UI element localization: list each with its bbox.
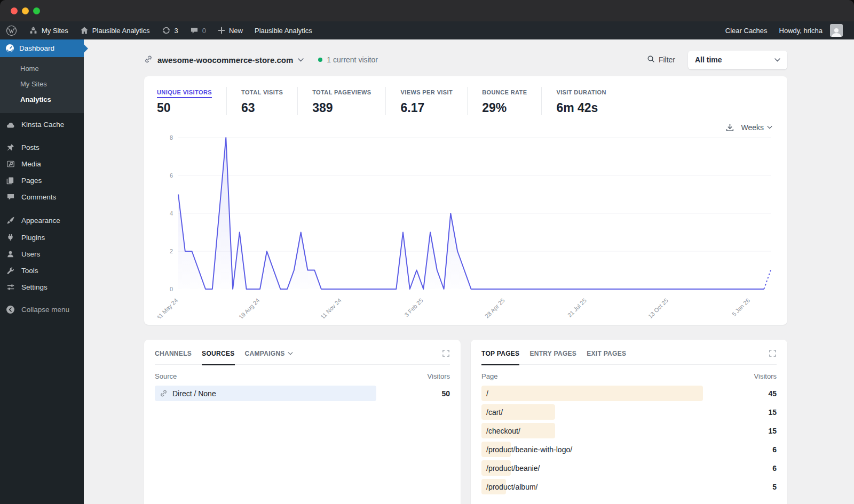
sidebar-item-dashboard[interactable]: Dashboard: [0, 39, 84, 57]
sidebar-item-label: Plugins: [21, 234, 45, 242]
sidebar-item-label: Tools: [21, 267, 38, 275]
tab-sources[interactable]: SOURCES: [202, 350, 234, 357]
tab-channels[interactable]: CHANNELS: [155, 350, 192, 357]
chevron-down-icon: [298, 58, 304, 62]
row-label[interactable]: /checkout/: [481, 427, 520, 435]
interval-select[interactable]: Weeks: [741, 123, 772, 132]
row-label[interactable]: /product/beanie/: [481, 464, 540, 473]
sidebar-item-settings[interactable]: Settings: [0, 279, 84, 295]
table-row: /product/beanie/6: [481, 460, 777, 476]
admin-bar-item-label: New: [229, 27, 243, 35]
tab-exit-pages[interactable]: EXIT PAGES: [587, 350, 626, 357]
stat-total-visits[interactable]: TOTAL VISITS63: [241, 87, 298, 115]
sidebar-subitem-analytics[interactable]: Analytics: [0, 92, 84, 107]
sidebar-item-appearance[interactable]: Appearance: [0, 212, 84, 229]
stat-unique-visitors[interactable]: UNIQUE VISITORS50: [157, 87, 227, 115]
stat-value: 29%: [482, 101, 527, 115]
updates[interactable]: 3: [156, 21, 184, 39]
zoom-button[interactable]: [33, 7, 40, 14]
sidebar-item-tools[interactable]: Tools: [0, 262, 84, 279]
tab-entry-pages[interactable]: ENTRY PAGES: [529, 350, 576, 357]
comments-icon: [5, 193, 15, 201]
sidebar-item-comments[interactable]: Comments: [0, 189, 84, 205]
filter-button[interactable]: Filter: [647, 55, 675, 65]
stat-label: VIEWS PER VISIT: [400, 89, 453, 98]
sidebar-item-kinsta-cache[interactable]: Kinsta Cache: [0, 116, 84, 133]
sidebar-item-label: Collapse menu: [21, 306, 69, 314]
tab-campaigns[interactable]: CAMPAIGNS: [245, 350, 293, 357]
row-label[interactable]: /product/album/: [481, 483, 538, 491]
comments-icon: [190, 27, 199, 35]
my-sites-icon: [29, 26, 38, 35]
stat-value: 389: [312, 101, 371, 115]
sidebar-item-users[interactable]: Users: [0, 246, 84, 262]
sidebar-item-collapse-menu[interactable]: Collapse menu: [0, 301, 84, 318]
clear-caches-button[interactable]: Clear Caches: [719, 21, 773, 39]
new[interactable]: New: [212, 21, 249, 39]
tools-icon: [5, 267, 15, 275]
appearance-icon: [5, 216, 15, 225]
search-icon: [647, 55, 655, 65]
close-button[interactable]: [11, 7, 18, 14]
my-sites[interactable]: My Sites: [23, 21, 74, 39]
admin-bar-item-label: Plausible Analytics: [255, 27, 312, 35]
stat-visit-duration[interactable]: VISIT DURATION6m 42s: [556, 87, 620, 115]
plausible-analytics-menu[interactable]: Plausible Analytics: [249, 21, 318, 39]
stat-bounce-rate[interactable]: BOUNCE RATE29%: [482, 87, 542, 115]
row-label[interactable]: Direct / None: [155, 389, 216, 398]
site-selector[interactable]: awesome-woocommerce-store.com: [144, 55, 304, 65]
pages-icon: [5, 177, 15, 185]
sidebar-item-plugins[interactable]: Plugins: [0, 229, 84, 246]
stats-row: UNIQUE VISITORS50TOTAL VISITS63TOTAL PAG…: [157, 87, 774, 115]
name-column-header: Page: [481, 372, 497, 380]
row-label[interactable]: /product/beanie-with-logo/: [481, 445, 572, 454]
stat-total-pageviews[interactable]: TOTAL PAGEVIEWS389: [312, 87, 386, 115]
sources-card: CHANNELSSOURCESCAMPAIGNSSourceVisitorsDi…: [144, 340, 461, 504]
media-icon: [5, 160, 15, 168]
date-range-select[interactable]: All time: [688, 51, 787, 69]
plugins-icon: [5, 233, 15, 242]
dashboard-submenu: HomeMy SitesAnalytics: [0, 57, 84, 113]
download-icon[interactable]: [725, 123, 734, 132]
sidebar-subitem-my-sites[interactable]: My Sites: [0, 76, 84, 92]
svg-text:5 Jan 26: 5 Jan 26: [731, 297, 751, 317]
sidebar-item-label: Media: [21, 160, 41, 168]
row-label[interactable]: /cart/: [481, 408, 503, 417]
main-content: awesome-woocommerce-store.com 1 current …: [84, 39, 854, 504]
table-row: /product/beanie-with-logo/6: [481, 442, 777, 457]
stat-label: TOTAL PAGEVIEWS: [312, 89, 371, 98]
wp-logo[interactable]: [0, 21, 23, 39]
cloud-icon: [5, 121, 15, 129]
sidebar-item-posts[interactable]: Posts: [0, 139, 84, 156]
sidebar-subitem-home[interactable]: Home: [0, 61, 84, 76]
stat-value: 6m 42s: [556, 101, 606, 115]
stat-value: 63: [241, 101, 283, 115]
account-menu[interactable]: Howdy, hricha: [773, 21, 849, 39]
site-home[interactable]: Plausible Analytics: [74, 21, 156, 39]
table-row: /45: [481, 386, 777, 401]
svg-text:6: 6: [170, 172, 173, 179]
tab-top-pages[interactable]: TOP PAGES: [481, 350, 519, 357]
table-row: /checkout/15: [481, 423, 777, 438]
account-label: Howdy, hricha: [779, 27, 823, 35]
comments[interactable]: 0: [184, 21, 212, 39]
sidebar-item-label: Kinsta Cache: [21, 121, 64, 129]
pin-icon: [5, 143, 15, 151]
expand-icon[interactable]: [442, 349, 450, 357]
sidebar-item-pages[interactable]: Pages: [0, 172, 84, 189]
sidebar-item-label: Settings: [21, 283, 48, 291]
sidebar-item-media[interactable]: Media: [0, 156, 84, 172]
name-column-header: Source: [155, 372, 177, 380]
svg-text:13 Oct 25: 13 Oct 25: [647, 297, 669, 318]
pages-card: TOP PAGESENTRY PAGESEXIT PAGESPageVisito…: [471, 340, 787, 504]
minimize-button[interactable]: [22, 7, 29, 14]
table-header: SourceVisitors: [155, 372, 450, 380]
stat-views-per-visit[interactable]: VIEWS PER VISIT6.17: [400, 87, 468, 115]
filter-label: Filter: [659, 55, 675, 64]
current-visitors: 1 current visitor: [318, 55, 378, 64]
row-label[interactable]: /: [481, 389, 488, 398]
expand-icon[interactable]: [769, 349, 777, 357]
row-value: 45: [768, 389, 777, 398]
svg-text:28 Apr 25: 28 Apr 25: [484, 297, 506, 318]
svg-text:3 Feb 25: 3 Feb 25: [404, 297, 424, 318]
